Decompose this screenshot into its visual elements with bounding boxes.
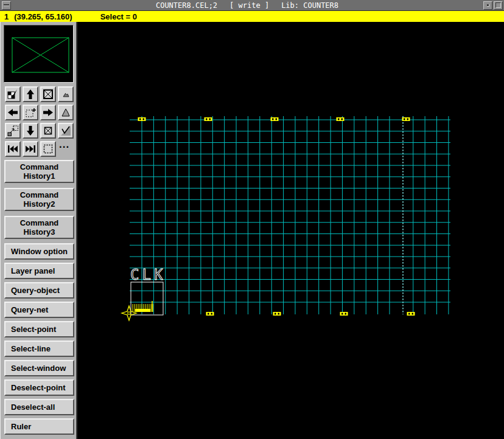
command-history-1-button[interactable]: Command History1 (4, 160, 74, 183)
pin-marker[interactable] (407, 312, 415, 316)
pan-down-icon (24, 125, 37, 137)
window-option-button[interactable]: Window option (4, 243, 74, 260)
grid-horizontal-lines (130, 120, 450, 302)
query-object-button[interactable]: Query-object (4, 282, 74, 299)
pin-marker[interactable] (337, 117, 345, 121)
deselect-all-button[interactable]: Deselect-all (4, 399, 74, 415)
query-net-button[interactable]: Query-net (4, 302, 74, 318)
next-view-icon (24, 143, 37, 155)
pan-down-button[interactable] (23, 123, 38, 139)
cursor-coordinates: (39.265, 65.160) (14, 12, 72, 21)
pan-up-icon (24, 88, 37, 100)
pan-right-button[interactable] (40, 105, 56, 120)
minimize-button[interactable] (483, 1, 492, 10)
window-title: COUNTER8.CEL;2[ write ]Lib: COUNTER8 (11, 1, 483, 10)
zoom-in-button[interactable] (58, 105, 74, 120)
zoom-select-icon (60, 125, 72, 137)
selection-box-icon (42, 143, 54, 155)
next-view-button[interactable] (23, 141, 38, 157)
redraw-button[interactable] (5, 86, 21, 102)
titlebar: COUNTER8.CEL;2[ write ]Lib: COUNTER8 (0, 0, 504, 11)
statusbar: 1 (39.265, 65.160) Select = 0 (0, 11, 504, 22)
overview-panel[interactable] (4, 25, 74, 83)
clk-pin-hatch[interactable] (133, 301, 153, 312)
zoom-fit-icon (42, 88, 54, 100)
zoom-window-icon (24, 106, 37, 119)
pin-marker[interactable] (271, 117, 279, 121)
application-window: COUNTER8.CEL;2[ write ]Lib: COUNTER8 1 (… (0, 0, 504, 439)
zoom-in-icon (60, 106, 72, 119)
first-view-icon (7, 143, 19, 155)
selection-box-button[interactable] (40, 141, 56, 157)
zoom-out-button[interactable] (58, 86, 74, 102)
zoom-fit-selected-button[interactable] (40, 123, 56, 139)
window-number: 1 (4, 12, 9, 21)
ruler-button[interactable]: Ruler (4, 418, 74, 435)
pin-marker[interactable] (206, 312, 214, 316)
pan-left-icon (7, 106, 19, 119)
pin-marker[interactable] (402, 117, 410, 121)
pin-marker[interactable] (138, 117, 146, 121)
zoom-out-icon (60, 88, 72, 100)
command-history-2-button[interactable]: Command History2 (4, 188, 74, 211)
maximize-button[interactable] (494, 1, 503, 10)
pin-marker[interactable] (273, 312, 281, 316)
layer-panel-button[interactable]: Layer panel (4, 263, 74, 279)
zoom-window-button[interactable] (23, 105, 38, 120)
zoom-fit-button[interactable] (40, 86, 56, 102)
selection-count: Select = 0 (100, 12, 137, 21)
overview-extent-box (4, 26, 73, 82)
origin-cursor-icon (122, 306, 136, 320)
redraw-icon (7, 88, 19, 100)
minimize-icon (487, 4, 489, 7)
select-point-button[interactable]: Select-point (4, 321, 74, 337)
select-line-button[interactable]: Select-line (4, 340, 74, 357)
first-view-button[interactable] (5, 141, 21, 157)
previous-view-button[interactable] (5, 123, 21, 139)
document-name: COUNTER8.CEL;2 (156, 1, 217, 10)
window-menu-button[interactable] (2, 1, 11, 10)
pan-up-button[interactable] (23, 86, 38, 102)
layout-drawing: CLK (77, 22, 503, 439)
maximize-icon (495, 2, 501, 8)
select-window-button[interactable]: Select-window (4, 360, 74, 376)
clk-cell-label: CLK (130, 266, 166, 283)
write-mode-badge: [ write ] (229, 1, 269, 10)
command-history-3-button[interactable]: Command History3 (4, 216, 74, 239)
library-name: Lib: COUNTER8 (281, 1, 338, 10)
pin-marker[interactable] (340, 312, 348, 316)
zoom-fit-selected-icon (42, 125, 54, 137)
pan-right-icon (42, 106, 54, 119)
layout-canvas[interactable]: CLK (77, 22, 504, 439)
pin-marker[interactable] (205, 117, 212, 121)
deselect-point-button[interactable]: Deselect-point (4, 379, 74, 396)
more-options[interactable]: ... (59, 142, 69, 147)
previous-view-icon (7, 125, 19, 137)
pan-left-button[interactable] (5, 105, 21, 120)
zoom-select-button[interactable] (58, 123, 74, 139)
tool-sidebar: ... Command History1Command History2Comm… (0, 22, 77, 439)
window-menu-icon (4, 4, 9, 6)
